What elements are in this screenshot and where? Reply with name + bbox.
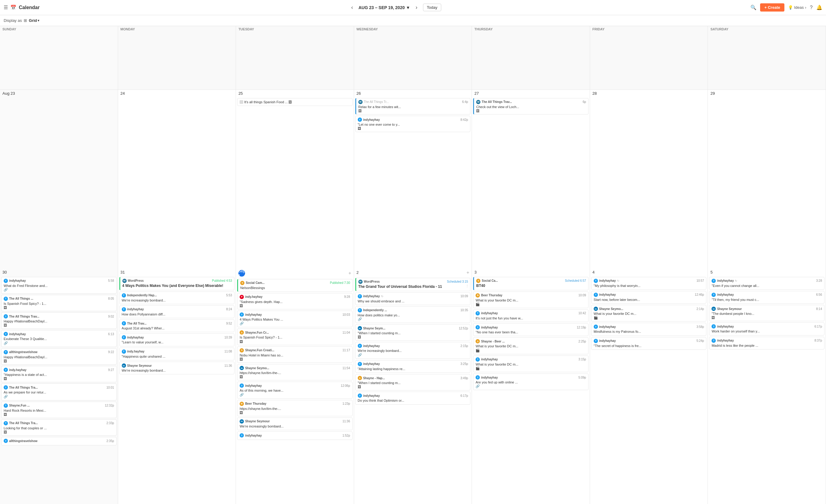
card-aug31-wp[interactable]: W WordPress Published 4:53 4 Ways Politi… — [119, 277, 235, 290]
card-sep3-4[interactable]: T indyhayhay 12:19p "No one has ever bee… — [473, 323, 589, 336]
card-sep3-5[interactable]: S Shayne - Beer ... 2:25p What is your f… — [473, 337, 589, 354]
pinterest-icon: P — [240, 295, 244, 299]
card-sep3-social[interactable]: S Social Ca... Scheduled 6:57 BT40 — [473, 277, 589, 290]
shayne2-icon: S — [240, 348, 244, 353]
card-aug25-1[interactable]: It's all things Spanish Food ... 🖼 — [237, 98, 353, 106]
cards-sep1: S Social Cam... Published 7:30 NelsonBle… — [236, 278, 354, 441]
card-aug30-9[interactable]: T The All Things Tra... 2:33p Looking fo… — [1, 419, 117, 436]
day-sep3: 3 S Social Ca... Scheduled 6:57 BT40 B B… — [472, 269, 590, 504]
card-aug30-3[interactable]: T The All Things Trav... 9:02 Happy #Nat… — [1, 312, 117, 329]
card-sep5-2[interactable]: T indyhayhay 6:56 "Til then, my friend y… — [709, 291, 824, 304]
card-aug31-6[interactable]: T indy.hayhay 11:08 "Happiness quite uns… — [119, 348, 235, 360]
search-icon[interactable]: 🔍 — [750, 5, 757, 10]
bell-icon[interactable]: 🔔 — [816, 5, 822, 10]
card-sep5-3[interactable]: in Shayne Seymour 8:14 "The dumbest peop… — [709, 305, 824, 321]
cards-aug27: W The All Things Trav... 6p Check out th… — [472, 97, 590, 116]
card-sep5-1[interactable]: T indyhayhay ↻ 3:28 "Even if you cannot … — [709, 277, 824, 290]
card-aug30-6[interactable]: T indy.hayhay 9:27 "Happiness is a state… — [1, 366, 117, 382]
video-icon3: 🎬 — [594, 316, 598, 319]
cards-aug30: T indyhayhay 5:58 What do Fred Flinstone… — [0, 276, 118, 447]
card-sep2-4[interactable]: in Shayne Seym... 12:52p "When I started… — [355, 324, 471, 341]
card-sep2-6[interactable]: T indyhayhay 3:25p "Attaining lasting ha… — [355, 360, 471, 373]
today-button[interactable]: Today — [423, 4, 441, 11]
add-event-sep2[interactable]: + — [466, 270, 469, 275]
card-aug31-3[interactable]: T indyhayhay 8:24 How does Pollyannaism … — [119, 305, 235, 318]
twitter-icon3: T — [4, 314, 8, 318]
card-sep2-3[interactable]: T Independently ... 10:35 How does polit… — [355, 306, 471, 323]
card-sep1-3[interactable]: T indyhayhay 10:03 4 Ways Politics Makes… — [237, 311, 353, 327]
card-sep1-5[interactable]: S Shayne.Fun Creati... 11:17 Nobu Hotel … — [237, 346, 353, 363]
twitter-icon3: T — [122, 307, 126, 312]
ideas-button[interactable]: 💡 Ideas › — [788, 5, 806, 10]
card-sep1-2[interactable]: P indy.hayhay 9:28 "Sadness gives depth.… — [237, 293, 353, 309]
twitter-icon4: T — [711, 324, 716, 328]
twitter-icon5: T — [358, 344, 362, 348]
header-sunday: SUNDAY — [0, 26, 118, 90]
card-sep5-5[interactable]: T indyhayhay 8:37p Madrid is less like t… — [709, 337, 824, 350]
card-sep2-7[interactable]: S Shayne - Hap... 3:49p "When I started … — [355, 374, 471, 390]
help-icon[interactable]: ? — [810, 5, 813, 10]
card-sep4-1[interactable]: T indyhayhay ↻ 10:57 "My philosophy is t… — [591, 277, 707, 290]
link-icon5: 🔗 — [358, 353, 362, 357]
create-button[interactable]: + Create — [760, 3, 784, 11]
card-aug26-1[interactable]: W The All Things Tr... 6:4p Relax for a … — [355, 98, 471, 115]
add-event-button[interactable]: + — [348, 270, 351, 276]
link-icon7: 🔗 — [240, 393, 244, 396]
card-sep1-7[interactable]: T indyhayhay 12:06p As of this morning, … — [237, 382, 353, 398]
card-aug31-7[interactable]: in Shayne Seymour 11:36 We're increasing… — [119, 362, 235, 374]
card-sep2-wp[interactable]: W WordPress Scheduled 3:15 The Grand Tou… — [355, 278, 471, 291]
day-aug27: 27 W The All Things Trav... 6p Check out… — [472, 90, 590, 269]
card-aug30-7[interactable]: T The All Things Tra... 10:01 As we prep… — [1, 383, 117, 400]
card-aug31-4[interactable]: T The All Trav... 9:52 August 31st alrea… — [119, 319, 235, 332]
card-aug30-4[interactable]: T indyhayhay 6:13 Exuberate These 3 Qual… — [1, 330, 117, 347]
card-sep1-4[interactable]: S Shayne.Fun Cr... 11:04 Is Spanish Food… — [237, 328, 353, 345]
card-aug31-2[interactable]: T Independently Hap... 5:53 We're increa… — [119, 292, 235, 304]
card-aug26-2[interactable]: T indyhayhay 8:42p "Let no one ever come… — [355, 116, 471, 132]
card-sep1-8[interactable]: B Beer Thursday 1:23p https://shayne.fun… — [237, 400, 353, 416]
card-sep2-2[interactable]: T indyhayhay ↻ 10:09 Why we should embra… — [355, 293, 471, 305]
card-sep3-3[interactable]: T indyhayhay 10:42 It's not just the fun… — [473, 309, 589, 322]
card-aug30-5[interactable]: T allthingstravelshow 9:22 Happy #Nation… — [1, 348, 117, 365]
card-sep1-9[interactable]: in Shayne Seymour 11:36 We're increasing… — [237, 418, 353, 430]
card-sep3-6[interactable]: T indyhayhay 3:15p What is your favorite… — [473, 356, 589, 372]
card-sep5-4[interactable]: T indyhayhay 6:17p Work harder on yourse… — [709, 322, 824, 335]
twitter-icon4: T — [594, 325, 598, 329]
day-aug30: 30 T indyhayhay 5:58 What do Fred Flinst… — [0, 269, 118, 504]
video-icon6: 🎬 — [476, 367, 480, 370]
card-aug30-1[interactable]: T indyhayhay 5:58 What do Fred Flinstone… — [1, 277, 117, 294]
hamburger-icon[interactable]: ☰ — [4, 5, 8, 10]
card-sep4-5[interactable]: T indyhayhay 5:24p "The secret of happin… — [591, 337, 707, 350]
card-sep2-8[interactable]: T indyhayhay 6:17p Do you think that Opt… — [355, 392, 471, 404]
display-as-control[interactable]: Display as ⊞ Grid ▾ — [4, 18, 39, 23]
card-sep2-5[interactable]: T indyhayhay 2:15p We're increasingly bo… — [355, 342, 471, 359]
date-range[interactable]: AUG 23 – SEP 19, 2020 ▼ — [358, 5, 410, 10]
prev-period-button[interactable]: ‹ — [349, 3, 355, 12]
image-indicator: 🖼 — [240, 304, 243, 308]
link-icon7: 🔗 — [476, 384, 480, 388]
card-sep3-2[interactable]: B Beer Thursday 10:09 What is your favor… — [473, 292, 589, 308]
cards-aug23 — [0, 97, 118, 99]
image-icon3: 🖼 — [4, 359, 7, 363]
twitter-icon5: T — [711, 338, 716, 343]
card-aug30-10[interactable]: T allthingstravelshow 2:35p — [1, 437, 117, 445]
cards-sep2: W WordPress Scheduled 3:15 The Grand Tou… — [354, 276, 472, 406]
twitter-icon8: T — [358, 393, 362, 398]
topbar-center: ‹ AUG 23 – SEP 19, 2020 ▼ › Today — [43, 3, 747, 12]
day-sep4: 4 T indyhayhay ↻ 10:57 "My philosophy is… — [590, 269, 708, 504]
day-sep1: Sep 1 + S Social Cam... Published 7:30 N… — [236, 269, 354, 504]
more-options-icon[interactable]: ⋮ — [466, 284, 469, 288]
card-sep4-3[interactable]: in Shayne Seymo... 2:14p What is your fa… — [591, 305, 707, 321]
view-mode-dropdown[interactable]: Grid ▾ — [29, 18, 39, 23]
card-sep1-social[interactable]: S Social Cam... Published 7:30 NelsonBle… — [237, 279, 353, 292]
card-sep1-6[interactable]: in Shayne Seymo... 11:54 https://shayne.… — [237, 364, 353, 380]
card-sep1-10[interactable]: T indyhayhay 1:52p — [237, 431, 353, 440]
card-aug27-1[interactable]: W The All Things Trav... 6p Check out th… — [473, 98, 589, 115]
card-sep4-2[interactable]: T indyhayhay 12:46p Start now, before la… — [591, 291, 707, 304]
card-sep4-4[interactable]: T indyhayhay 3:58p Mindfulness is my Pat… — [591, 323, 707, 335]
card-aug31-5[interactable]: T indyhayhay 10:39 "Learn to value yours… — [119, 333, 235, 346]
card-aug30-8[interactable]: T Shayne.Fun ... 12:32p Hard Rock Resort… — [1, 402, 117, 418]
twitter-icon5: T — [122, 335, 126, 339]
next-period-button[interactable]: › — [413, 3, 420, 12]
card-sep3-7[interactable]: T indyhayhay 5:09p Are you fed up with o… — [473, 373, 589, 390]
card-aug30-2[interactable]: T The All Things ... 8:05 Is Spanish Foo… — [1, 295, 117, 311]
